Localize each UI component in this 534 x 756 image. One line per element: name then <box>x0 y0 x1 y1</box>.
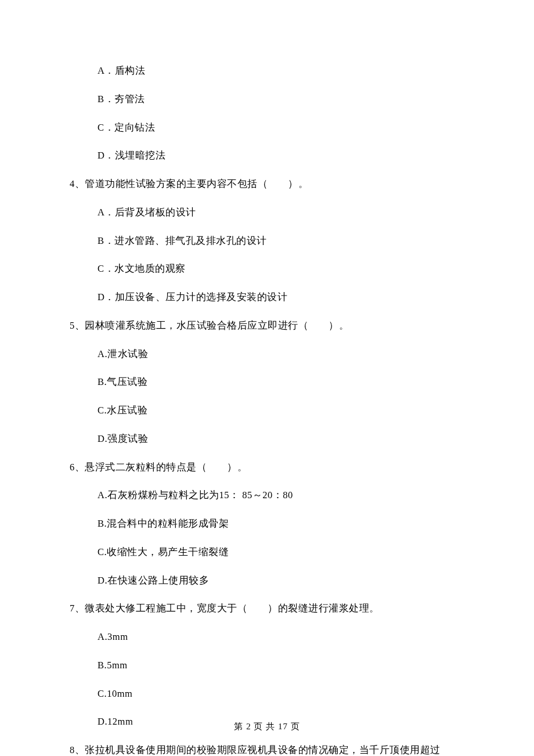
q7-stem: 7、微表处大修工程施工中，宽度大于（ ）的裂缝进行灌浆处理。 <box>70 602 464 616</box>
q6-option-d: D.在快速公路上使用较多 <box>70 574 464 588</box>
q4-option-b: B．进水管路、排气孔及排水孔的设计 <box>70 234 464 249</box>
q4-option-c: C．水文地质的观察 <box>70 262 464 276</box>
q6-option-a: A.石灰粉煤粉与粒料之比为15： 85～20：80 <box>70 488 464 503</box>
q6-stem: 6、悬浮式二灰粒料的特点是（ ）。 <box>70 460 464 475</box>
document-body: A．盾构法 B．夯管法 C．定向钻法 D．浅埋暗挖法 4、管道功能性试验方案的主… <box>0 0 534 756</box>
q6-option-c: C.收缩性大，易产生干缩裂缝 <box>70 545 464 560</box>
q5-option-d: D.强度试验 <box>70 432 464 447</box>
q3-option-a: A．盾构法 <box>70 64 464 78</box>
q8-stem: 8、张拉机具设备使用期间的校验期限应视机具设备的情况确定，当千斤顶使用超过（ ） <box>70 743 464 756</box>
q5-option-b: B.气压试验 <box>70 375 464 390</box>
q7-option-c: C.10mm <box>70 687 464 701</box>
q4-stem: 4、管道功能性试验方案的主要内容不包括（ ）。 <box>70 177 464 192</box>
q7-option-a: A.3mm <box>70 630 464 645</box>
q4-option-a: A．后背及堵板的设计 <box>70 206 464 220</box>
q3-option-c: C．定向钻法 <box>70 121 464 135</box>
q3-option-b: B．夯管法 <box>70 92 464 107</box>
q5-option-c: C.水压试验 <box>70 404 464 418</box>
page-footer: 第 2 页 共 17 页 <box>0 720 534 733</box>
q5-option-a: A.泄水试验 <box>70 347 464 362</box>
q5-stem: 5、园林喷灌系统施工，水压试验合格后应立即进行（ ）。 <box>70 319 464 333</box>
q4-option-d: D．加压设备、压力计的选择及安装的设计 <box>70 290 464 305</box>
q3-option-d: D．浅埋暗挖法 <box>70 149 464 163</box>
q7-option-b: B.5mm <box>70 658 464 673</box>
q6-option-b: B.混合料中的粒料能形成骨架 <box>70 517 464 531</box>
